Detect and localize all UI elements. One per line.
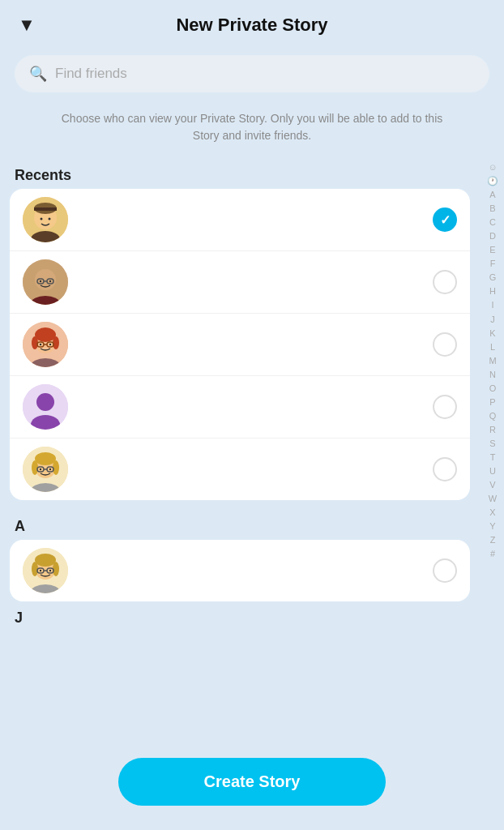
alpha-t[interactable]: T [481, 451, 504, 464]
contact-checkbox[interactable] [433, 270, 457, 294]
alpha-p[interactable]: P [481, 396, 504, 409]
alpha-clock[interactable]: 🕐 [481, 174, 504, 188]
alpha-o[interactable]: O [481, 382, 504, 396]
contact-checkbox[interactable] [433, 457, 457, 481]
alpha-v[interactable]: V [481, 478, 504, 492]
alpha-hash[interactable]: # [481, 547, 504, 561]
alpha-z[interactable]: Z [481, 533, 504, 547]
alphabet-sidebar[interactable]: ☺ 🕐 A B C D E F G H I J K L M N O P Q R … [481, 159, 504, 563]
avatar [23, 322, 68, 367]
svg-point-14 [49, 280, 51, 282]
a-label: A [15, 518, 25, 534]
svg-point-32 [35, 452, 56, 465]
list-item[interactable] [10, 189, 470, 251]
contact-checkbox[interactable] [433, 332, 457, 357]
back-chevron-icon[interactable]: ▼ [18, 15, 36, 36]
alpha-r[interactable]: R [481, 423, 504, 437]
alpha-d[interactable]: D [481, 229, 504, 243]
alpha-n[interactable]: N [481, 368, 504, 382]
svg-point-25 [49, 344, 51, 345]
list-item[interactable] [10, 439, 470, 500]
svg-point-50 [49, 570, 51, 571]
create-story-container: Create Story [118, 758, 386, 806]
alpha-x[interactable]: X [481, 506, 504, 520]
alpha-f[interactable]: F [481, 257, 504, 271]
content-area: ☺ 🕐 A B C D E F G H I J K L M N O P Q R … [0, 159, 504, 631]
header: ▼ New Private Story [0, 0, 504, 47]
contact-checkbox[interactable] [433, 558, 457, 583]
svg-rect-4 [34, 208, 57, 211]
a-section-header: A [0, 508, 480, 540]
alpha-j[interactable]: J [481, 313, 504, 327]
svg-point-13 [40, 280, 41, 282]
alpha-a[interactable]: A [481, 188, 504, 202]
avatar [23, 548, 68, 593]
alpha-k[interactable]: K [481, 327, 504, 340]
alpha-s[interactable]: S [481, 437, 504, 451]
list-item[interactable] [10, 251, 470, 314]
alpha-y[interactable]: Y [481, 520, 504, 533]
alpha-i[interactable]: I [481, 298, 504, 312]
svg-point-18 [35, 327, 56, 342]
avatar [23, 384, 68, 430]
recents-list [10, 189, 470, 500]
alpha-m[interactable]: M [481, 354, 504, 368]
alpha-h[interactable]: H [481, 285, 504, 298]
j-section-header: J [0, 601, 480, 631]
search-icon: 🔍 [29, 65, 47, 83]
recents-section-header: Recents [0, 159, 480, 189]
page-title: New Private Story [176, 15, 327, 36]
alpha-b[interactable]: B [481, 202, 504, 216]
svg-point-43 [35, 554, 56, 567]
contact-checkbox[interactable] [433, 395, 457, 419]
list-item[interactable] [10, 314, 470, 376]
alpha-g[interactable]: G [481, 271, 504, 285]
search-placeholder: Find friends [55, 66, 127, 82]
svg-point-38 [40, 468, 41, 470]
list-item[interactable] [10, 376, 470, 439]
search-bar[interactable]: 🔍 Find friends [15, 55, 489, 92]
j-label: J [15, 610, 23, 626]
alpha-c[interactable]: C [481, 216, 504, 229]
svg-point-6 [49, 218, 51, 220]
alpha-u[interactable]: U [481, 464, 504, 478]
alpha-l[interactable]: L [481, 340, 504, 354]
a-contacts-list [10, 540, 470, 601]
alpha-q[interactable]: Q [481, 409, 504, 423]
create-story-button[interactable]: Create Story [118, 758, 386, 806]
svg-point-39 [49, 468, 51, 470]
recents-label: Recents [15, 167, 71, 183]
description-text: Choose who can view your Private Story. … [0, 104, 504, 159]
svg-point-49 [40, 570, 41, 571]
alpha-emoji[interactable]: ☺ [481, 160, 504, 174]
alpha-e[interactable]: E [481, 243, 504, 257]
svg-point-5 [41, 218, 43, 220]
avatar [23, 447, 68, 492]
contact-checkbox[interactable] [433, 208, 457, 232]
svg-point-24 [40, 344, 41, 345]
alpha-w[interactable]: W [481, 492, 504, 506]
svg-point-27 [36, 393, 54, 411]
avatar [23, 259, 68, 305]
avatar [23, 197, 68, 242]
search-container: 🔍 Find friends [0, 47, 504, 104]
list-item[interactable] [10, 540, 470, 601]
